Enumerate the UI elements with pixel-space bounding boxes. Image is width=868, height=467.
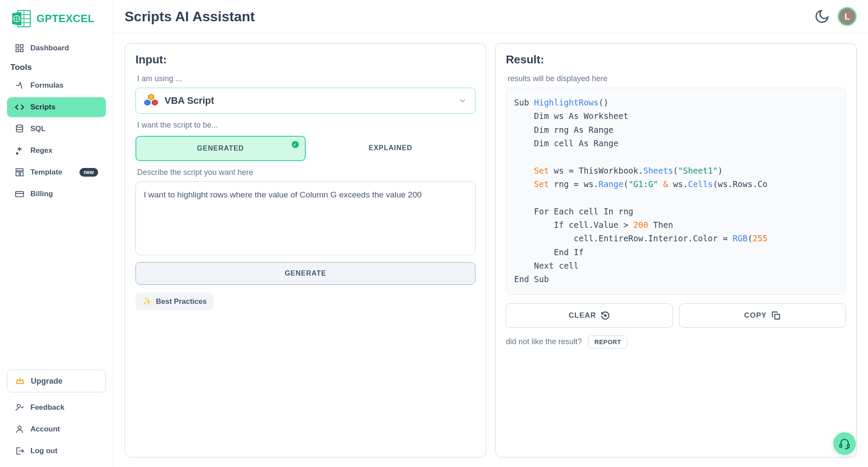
- formulas-icon: [15, 81, 24, 90]
- sidebar-item-label: Template: [30, 168, 62, 177]
- avatar-initial: L: [845, 12, 850, 22]
- script-type-select[interactable]: VBA Script: [135, 88, 475, 114]
- svg-rect-10: [16, 49, 19, 52]
- account-icon: [15, 424, 24, 434]
- input-panel: Input: I am using ... VBA Script I want …: [125, 43, 486, 457]
- reset-icon: [601, 311, 610, 320]
- input-title: Input:: [135, 53, 475, 66]
- sidebar-item-dashboard[interactable]: Dashboard: [7, 38, 106, 58]
- clear-label: CLEAR: [568, 311, 596, 320]
- using-label: I am using ...: [137, 74, 474, 83]
- brand-name: GPTEXCEL: [36, 13, 94, 25]
- feedback-icon: [15, 403, 24, 412]
- avatar[interactable]: L: [838, 7, 857, 26]
- result-subtitle: results will be displayed here: [508, 74, 844, 83]
- svg-rect-22: [775, 314, 779, 319]
- sidebar-item-label: Feedback: [30, 403, 64, 412]
- moon-icon: [814, 9, 830, 24]
- result-title: Result:: [506, 53, 846, 66]
- toggle-explained[interactable]: EXPLAINED: [306, 136, 476, 161]
- header: Scripts AI Assistant L: [113, 0, 868, 33]
- svg-rect-8: [16, 45, 19, 47]
- tools-section-label: Tools: [4, 59, 109, 75]
- template-icon: [15, 168, 24, 177]
- svg-rect-16: [20, 172, 23, 176]
- sidebar-item-label: Billing: [30, 190, 53, 198]
- sql-icon: [15, 124, 24, 134]
- upgrade-label: Upgrade: [31, 377, 63, 386]
- svg-rect-14: [16, 169, 23, 171]
- best-practices-button[interactable]: ✨ Best Practices: [135, 293, 214, 310]
- sidebar-item-sql[interactable]: SQL: [7, 119, 106, 139]
- svg-point-21: [604, 315, 606, 316]
- sidebar: GPTEXCEL Dashboard Tools Formulas Script…: [0, 0, 113, 467]
- crown-icon: [15, 376, 25, 386]
- svg-rect-17: [16, 192, 23, 197]
- sidebar-item-template[interactable]: Template new: [7, 162, 106, 182]
- sidebar-item-feedback[interactable]: Feedback: [7, 398, 106, 418]
- report-text: did not like the result?: [506, 337, 582, 346]
- clear-button[interactable]: CLEAR: [506, 303, 673, 328]
- brand-logo[interactable]: GPTEXCEL: [4, 5, 109, 37]
- svg-rect-15: [16, 172, 19, 176]
- svg-rect-23: [840, 444, 842, 447]
- headset-icon: [839, 438, 850, 449]
- sidebar-item-label: Dashboard: [30, 44, 69, 53]
- sparkle-icon: ✨: [142, 297, 152, 306]
- sidebar-item-billing[interactable]: Billing: [7, 184, 106, 204]
- sidebar-item-label: Formulas: [30, 81, 64, 90]
- upgrade-button[interactable]: Upgrade: [7, 370, 106, 392]
- svg-rect-9: [20, 45, 23, 47]
- sidebar-item-scripts[interactable]: Scripts: [7, 97, 106, 117]
- svg-point-20: [18, 426, 21, 429]
- page-title: Scripts AI Assistant: [125, 9, 255, 25]
- new-badge: new: [79, 168, 98, 177]
- generate-button[interactable]: GENERATE: [135, 262, 475, 285]
- copy-button[interactable]: COPY: [679, 303, 846, 328]
- sidebar-item-regex[interactable]: Regex: [7, 141, 106, 161]
- check-icon: ✓: [292, 141, 299, 148]
- sidebar-item-formulas[interactable]: Formulas: [7, 76, 106, 95]
- sidebar-item-account[interactable]: Account: [7, 419, 106, 439]
- support-fab[interactable]: [833, 432, 856, 455]
- regex-icon: [15, 146, 24, 155]
- copy-icon: [771, 311, 781, 320]
- copy-label: COPY: [744, 311, 767, 320]
- svg-rect-24: [848, 444, 849, 447]
- svg-point-13: [17, 153, 18, 155]
- best-practices-label: Best Practices: [156, 297, 207, 306]
- toggle-label: EXPLAINED: [369, 144, 413, 151]
- svg-rect-11: [20, 49, 23, 52]
- excel-logo-icon: [10, 8, 32, 30]
- theme-toggle[interactable]: [814, 9, 830, 24]
- logout-icon: [15, 446, 24, 456]
- sidebar-item-label: Log out: [30, 447, 57, 455]
- billing-icon: [15, 189, 24, 199]
- dashboard-icon: [15, 43, 24, 53]
- description-input[interactable]: [135, 181, 475, 255]
- main: Scripts AI Assistant L Input: I am using…: [113, 0, 868, 467]
- scripts-icon: [15, 102, 24, 112]
- toggle-generated[interactable]: GENERATED ✓: [135, 136, 306, 161]
- vba-cubes-icon: [144, 93, 158, 108]
- sidebar-item-logout[interactable]: Log out: [7, 441, 106, 461]
- sidebar-item-label: Scripts: [30, 103, 56, 112]
- report-button[interactable]: REPORT: [588, 335, 627, 349]
- svg-point-12: [17, 125, 23, 128]
- sidebar-item-label: Account: [30, 425, 60, 434]
- code-output[interactable]: Sub HighlightRows() Dim ws As Worksheet …: [506, 88, 846, 295]
- chevron-down-icon: [458, 96, 467, 105]
- result-panel: Result: results will be displayed here S…: [495, 43, 857, 457]
- select-value: VBA Script: [165, 95, 452, 106]
- describe-label: Describe the script you want here: [137, 168, 474, 177]
- svg-point-19: [17, 405, 20, 408]
- sidebar-item-label: Regex: [30, 146, 53, 155]
- sidebar-item-label: SQL: [30, 125, 46, 133]
- want-label: I want the script to be...: [137, 121, 474, 130]
- toggle-label: GENERATED: [197, 145, 244, 152]
